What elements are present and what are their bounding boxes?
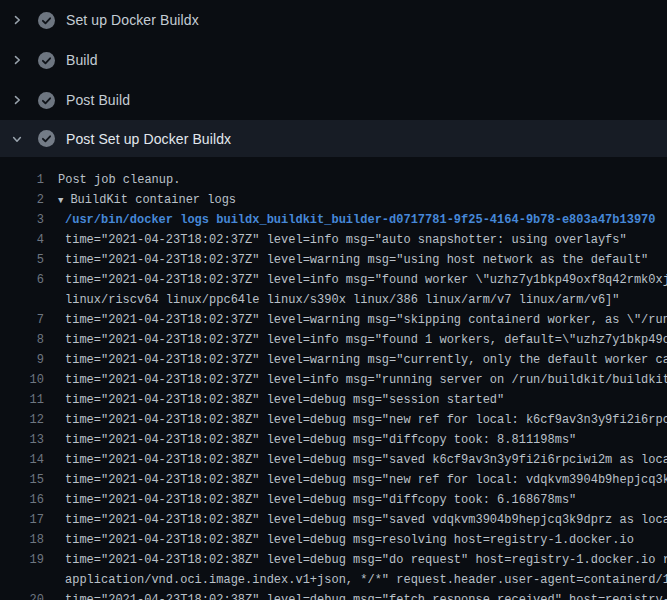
collapse-triangle-icon[interactable]: ▼ xyxy=(58,196,63,206)
log-text: time="2021-04-23T18:02:38Z" level=debug … xyxy=(65,590,667,600)
line-number-link[interactable]: 13 xyxy=(0,430,44,450)
log-line: 18 time="2021-04-23T18:02:38Z" level=deb… xyxy=(0,530,667,550)
log-line: 14 time="2021-04-23T18:02:38Z" level=deb… xyxy=(0,450,667,470)
line-number-spacer xyxy=(0,570,44,590)
log-text: time="2021-04-23T18:02:38Z" level=debug … xyxy=(65,510,667,530)
log-line: 8 time="2021-04-23T18:02:37Z" level=info… xyxy=(0,330,667,350)
success-check-icon xyxy=(38,52,55,69)
log-line: 5 time="2021-04-23T18:02:37Z" level=warn… xyxy=(0,250,667,270)
log-line: 11 time="2021-04-23T18:02:38Z" level=deb… xyxy=(0,390,667,410)
chevron-right-icon xyxy=(11,94,23,106)
step-label: Set up Docker Buildx xyxy=(66,12,199,28)
log-group-title: BuildKit container logs xyxy=(70,193,236,207)
log-line: 10 time="2021-04-23T18:02:37Z" level=inf… xyxy=(0,370,667,390)
log-text: time="2021-04-23T18:02:38Z" level=debug … xyxy=(65,470,667,490)
log-line-wrap-continuation: linux/riscv64 linux/ppc64le linux/s390x … xyxy=(0,290,667,310)
log-text: time="2021-04-23T18:02:37Z" level=warnin… xyxy=(65,350,667,370)
line-number-link[interactable]: 14 xyxy=(0,450,44,470)
log-text: time="2021-04-23T18:02:37Z" level=warnin… xyxy=(65,310,667,330)
log-text: time="2021-04-23T18:02:38Z" level=debug … xyxy=(65,410,667,430)
line-number-link[interactable]: 11 xyxy=(0,390,44,410)
log-text: time="2021-04-23T18:02:38Z" level=debug … xyxy=(65,390,504,410)
log-line: 20 time="2021-04-23T18:02:38Z" level=deb… xyxy=(0,590,667,600)
log-text: Post job cleanup. xyxy=(58,170,180,190)
log-output: 1 Post job cleanup. 2 ▼BuildKit containe… xyxy=(0,157,667,600)
line-number-link[interactable]: 6 xyxy=(0,270,44,290)
line-number-link[interactable]: 5 xyxy=(0,250,44,270)
line-number-link[interactable]: 4 xyxy=(0,230,44,250)
log-line: 13 time="2021-04-23T18:02:38Z" level=deb… xyxy=(0,430,667,450)
chevron-down-icon xyxy=(11,133,23,145)
step-row-post-build[interactable]: Post Build xyxy=(0,80,667,120)
line-number-link[interactable]: 1 xyxy=(0,170,44,190)
line-number-spacer xyxy=(0,290,44,310)
log-line: 15 time="2021-04-23T18:02:38Z" level=deb… xyxy=(0,470,667,490)
log-text: linux/riscv64 linux/ppc64le linux/s390x … xyxy=(65,290,620,310)
log-line: 16 time="2021-04-23T18:02:38Z" level=deb… xyxy=(0,490,667,510)
success-check-icon xyxy=(38,92,55,109)
log-line: 7 time="2021-04-23T18:02:37Z" level=warn… xyxy=(0,310,667,330)
step-row-post-setup-docker-buildx[interactable]: Post Set up Docker Buildx xyxy=(0,120,667,157)
line-number-link[interactable]: 10 xyxy=(0,370,44,390)
log-group-toggle[interactable]: ▼BuildKit container logs xyxy=(58,190,236,210)
log-text: time="2021-04-23T18:02:38Z" level=debug … xyxy=(65,530,634,550)
line-number-link[interactable]: 9 xyxy=(0,350,44,370)
step-label: Post Build xyxy=(66,92,130,108)
log-text: time="2021-04-23T18:02:37Z" level=warnin… xyxy=(65,250,648,270)
line-number-link[interactable]: 16 xyxy=(0,490,44,510)
log-line-group-header: 2 ▼BuildKit container logs xyxy=(0,190,667,210)
log-text: time="2021-04-23T18:02:37Z" level=info m… xyxy=(65,230,627,250)
step-list: Set up Docker Buildx Build Post Build xyxy=(0,0,667,157)
step-label: Build xyxy=(66,52,98,68)
log-line-command: 3 /usr/bin/docker logs buildx_buildkit_b… xyxy=(0,210,667,230)
log-text: time="2021-04-23T18:02:37Z" level=info m… xyxy=(65,330,667,350)
actions-log-viewer: Set up Docker Buildx Build Post Build xyxy=(0,0,667,600)
line-number-link[interactable]: 15 xyxy=(0,470,44,490)
step-label: Post Set up Docker Buildx xyxy=(66,131,231,147)
line-number-link[interactable]: 2 xyxy=(0,190,44,210)
log-line: 17 time="2021-04-23T18:02:38Z" level=deb… xyxy=(0,510,667,530)
log-line: 6 time="2021-04-23T18:02:37Z" level=info… xyxy=(0,270,667,290)
log-line: 19 time="2021-04-23T18:02:38Z" level=deb… xyxy=(0,550,667,570)
line-number-link[interactable]: 12 xyxy=(0,410,44,430)
chevron-right-icon xyxy=(11,14,23,26)
log-line: 4 time="2021-04-23T18:02:37Z" level=info… xyxy=(0,230,667,250)
line-number-link[interactable]: 3 xyxy=(0,210,44,230)
step-row-setup-docker-buildx[interactable]: Set up Docker Buildx xyxy=(0,0,667,40)
log-text: time="2021-04-23T18:02:38Z" level=debug … xyxy=(65,490,576,510)
log-line-wrap-continuation: application/vnd.oci.image.index.v1+json,… xyxy=(0,570,667,590)
line-number-link[interactable]: 7 xyxy=(0,310,44,330)
success-check-icon xyxy=(38,12,55,29)
log-text: time="2021-04-23T18:02:38Z" level=debug … xyxy=(65,430,576,450)
log-line: 9 time="2021-04-23T18:02:37Z" level=warn… xyxy=(0,350,667,370)
line-number-link[interactable]: 18 xyxy=(0,530,44,550)
log-text: time="2021-04-23T18:02:37Z" level=info m… xyxy=(65,370,667,390)
log-text: time="2021-04-23T18:02:38Z" level=debug … xyxy=(65,450,667,470)
line-number-link[interactable]: 8 xyxy=(0,330,44,350)
log-line: 1 Post job cleanup. xyxy=(0,170,667,190)
line-number-link[interactable]: 19 xyxy=(0,550,44,570)
log-text: application/vnd.oci.image.index.v1+json,… xyxy=(65,570,667,590)
success-check-icon xyxy=(38,130,55,147)
log-text: time="2021-04-23T18:02:37Z" level=info m… xyxy=(65,270,667,290)
line-number-link[interactable]: 17 xyxy=(0,510,44,530)
line-number-link[interactable]: 20 xyxy=(0,590,44,600)
chevron-right-icon xyxy=(11,54,23,66)
log-text: time="2021-04-23T18:02:38Z" level=debug … xyxy=(65,550,667,570)
step-row-build[interactable]: Build xyxy=(0,40,667,80)
log-line: 12 time="2021-04-23T18:02:38Z" level=deb… xyxy=(0,410,667,430)
command-text: /usr/bin/docker logs buildx_buildkit_bui… xyxy=(65,210,656,230)
